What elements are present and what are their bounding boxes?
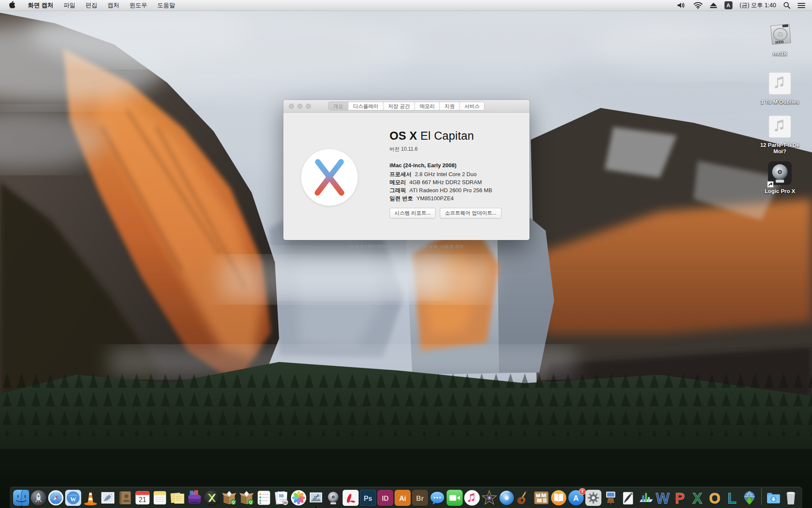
wallpaper-el-capitan (0, 0, 812, 508)
dock-reminders-icon[interactable] (256, 490, 272, 506)
dock-pages-icon[interactable] (620, 490, 636, 506)
desktop-icon-logic-pro-x[interactable]: Logic Pro X (754, 161, 806, 194)
svg-text:Q: Q (249, 500, 252, 504)
os-version: 버전 10.11.6 (390, 146, 521, 153)
notification-center-icon[interactable] (798, 3, 805, 8)
tab-개요[interactable]: 개요 (329, 102, 348, 110)
spotlight-icon[interactable] (783, 2, 790, 9)
dock-corkboard-icon[interactable] (533, 490, 549, 506)
spec-row: 메모리4GB 667 MHz DDR2 SDRAM (390, 178, 521, 186)
copyright-footer: ™ 및 © 1983-2016 Apple Inc. 모든 권리 보유. 사용권… (283, 244, 529, 250)
dock-powerpoint-icon[interactable]: P (672, 490, 688, 506)
volume-icon[interactable] (677, 2, 686, 9)
wifi-icon[interactable] (694, 2, 702, 9)
dock-quarkxpress-icon[interactable] (204, 490, 220, 506)
dock-numbers-icon[interactable] (637, 490, 653, 506)
dock-stickies-icon[interactable] (169, 490, 185, 506)
dock-bridge-icon[interactable]: Br (412, 490, 428, 506)
dock-itunes-icon[interactable] (464, 490, 480, 506)
dock-illustrator-icon[interactable]: Ai (395, 490, 411, 506)
dock-facetime-icon[interactable] (447, 490, 463, 506)
alias-arrow-icon (767, 181, 774, 188)
dock-iweb-icon[interactable]: w (65, 490, 81, 506)
dock-trash-icon[interactable] (783, 490, 799, 506)
eject-icon[interactable] (710, 2, 717, 8)
menu-윈도우[interactable]: 윈도우 (124, 0, 152, 11)
desktop-icon-12-parle-t-il-de-moi-[interactable]: 12 Parle-T-Il De Moi? (754, 114, 806, 155)
about-tabs: 개요디스플레이저장 공간메모리지원서비스 (328, 102, 485, 110)
dock-imovie-icon[interactable] (481, 490, 497, 506)
audio-file-icon (768, 71, 792, 97)
dock-notes-icon[interactable] (152, 490, 168, 506)
dock-indesign-icon[interactable]: ID (377, 490, 393, 506)
apple-menu[interactable] (0, 0, 23, 11)
svg-text:3D: 3D (283, 501, 288, 505)
tab-서비스[interactable]: 서비스 (460, 102, 484, 110)
desktop-icon-label: Logic Pro X (765, 188, 795, 194)
dock-safari-icon[interactable] (48, 490, 64, 506)
tab-디스플레이[interactable]: 디스플레이 (348, 102, 384, 110)
dock-stuffit-archiver-icon[interactable]: Q (239, 490, 255, 506)
dock-separator (761, 488, 762, 505)
svg-text:W: W (656, 490, 670, 506)
audio-file-icon (768, 114, 792, 141)
dock-toast-icon[interactable] (187, 490, 203, 506)
dock-lync-icon[interactable]: L (724, 490, 740, 506)
dock-app-store-icon[interactable]: A7 (568, 490, 584, 506)
menu-파일[interactable]: 파일 (58, 0, 80, 11)
apple-logo-icon (8, 1, 15, 10)
close-button[interactable] (289, 104, 294, 109)
window-titlebar[interactable]: 개요디스플레이저장 공간메모리지원서비스 (283, 100, 529, 113)
tab-저장 공간[interactable]: 저장 공간 (384, 102, 415, 110)
dock-calendar-icon[interactable]: 21 (134, 490, 151, 506)
dock-web-download-icon[interactable] (741, 490, 757, 506)
svg-text:O: O (709, 490, 721, 506)
menu-캡처[interactable]: 캡처 (102, 0, 124, 11)
hard-drive-icon (766, 23, 793, 49)
input-source-menu[interactable]: A (724, 1, 732, 9)
dock-document-3d-icon[interactable]: 3D (273, 490, 289, 506)
software-update-button[interactable]: 소프트웨어 업데이트... (440, 208, 501, 218)
dock-garageband-icon[interactable] (516, 490, 532, 506)
desktop-icon-1-tu-m-oublies[interactable]: 1 Tu M'Oublies (754, 71, 806, 105)
mac-model: iMac (24-inch, Early 2008) (390, 162, 521, 168)
el-capitan-logo (300, 148, 359, 207)
dock-screen-capture-icon[interactable]: ✂ (308, 490, 324, 506)
dock-keynote-icon[interactable] (603, 490, 619, 506)
dock-contacts-icon[interactable] (117, 490, 133, 506)
zoom-button[interactable] (306, 104, 311, 109)
system-report-button[interactable]: 시스템 리포트... (390, 208, 436, 218)
app-store-badge: 7 (579, 488, 586, 495)
dock-photos-icon[interactable] (291, 490, 307, 506)
desktop-icon-label: 12 Parle-T-Il De Moi? (754, 142, 806, 155)
desktop-icon-mc18[interactable]: mc18 (754, 23, 806, 57)
dock-messages-icon[interactable] (429, 490, 445, 506)
tab-지원[interactable]: 지원 (440, 102, 460, 110)
dock-outlook-icon[interactable]: O (707, 490, 723, 506)
svg-text:Q: Q (232, 500, 235, 504)
dock-word-icon[interactable]: W (655, 490, 671, 506)
dock-vlc-icon[interactable] (82, 490, 99, 506)
dock: w21QQ3D✂PsIDAiBrA7WPXOL (10, 487, 802, 508)
dock-ibooks-icon[interactable] (551, 490, 567, 506)
dock-mail-icon[interactable] (100, 490, 116, 506)
desktop-icon-column: mc181 Tu M'Oublies12 Parle-T-Il De Moi?L… (754, 11, 806, 194)
menu-도움말[interactable]: 도움말 (152, 0, 180, 11)
dock-acrobat-icon[interactable] (343, 490, 359, 506)
dock-launchpad-icon[interactable] (30, 490, 47, 506)
dock-photoshop-icon[interactable]: Ps (360, 490, 376, 506)
dock-logic-pro-icon[interactable] (325, 490, 341, 506)
dock-system-preferences-icon[interactable] (585, 490, 601, 506)
dock-finder-icon[interactable] (13, 490, 29, 506)
minimize-button[interactable] (297, 104, 302, 109)
tab-메모리[interactable]: 메모리 (415, 102, 440, 110)
dock-stuffit-expander-icon[interactable]: Q (221, 490, 237, 506)
menu-app[interactable]: 화면 캡처 (23, 0, 58, 11)
logic-alias-icon (768, 161, 792, 187)
menu-clock[interactable]: (금) 오후 1:40 (740, 2, 776, 9)
menu-편집[interactable]: 편집 (80, 0, 102, 11)
dock-downloads-folder-icon[interactable] (765, 490, 782, 506)
dock-idvd-icon[interactable] (499, 490, 515, 506)
dock-excel-icon[interactable]: X (689, 490, 705, 506)
spec-list: 프로세서2.8 GHz Intel Core 2 Duo메모리4GB 667 M… (390, 170, 521, 202)
